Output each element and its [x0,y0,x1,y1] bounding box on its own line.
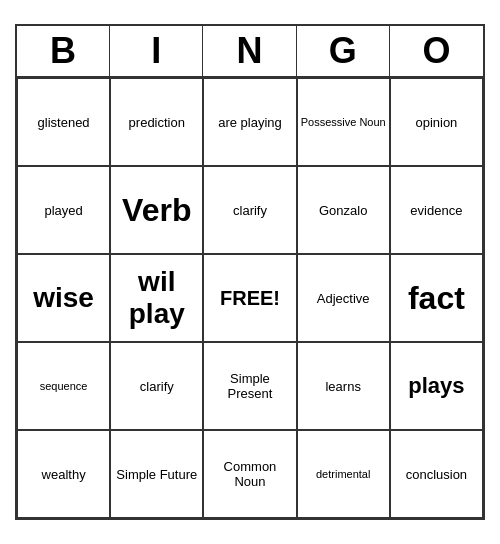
bingo-header: BINGO [17,26,483,78]
bingo-cell: Simple Present [203,342,296,430]
bingo-cell: Adjective [297,254,390,342]
bingo-cell: plays [390,342,483,430]
bingo-cell: wealthy [17,430,110,518]
bingo-cell: conclusion [390,430,483,518]
bingo-cell: Possessive Noun [297,78,390,166]
bingo-cell: clarify [203,166,296,254]
header-letter: B [17,26,110,76]
bingo-cell: evidence [390,166,483,254]
bingo-cell: wise [17,254,110,342]
bingo-cell: Verb [110,166,203,254]
bingo-cell: Gonzalo [297,166,390,254]
bingo-grid: glistenedpredictionare playingPossessive… [17,78,483,518]
bingo-cell: sequence [17,342,110,430]
bingo-cell: learns [297,342,390,430]
header-letter: O [390,26,483,76]
bingo-cell: Common Noun [203,430,296,518]
bingo-card: BINGO glistenedpredictionare playingPoss… [15,24,485,520]
bingo-cell: opinion [390,78,483,166]
header-letter: N [203,26,296,76]
header-letter: I [110,26,203,76]
header-letter: G [297,26,390,76]
bingo-cell: clarify [110,342,203,430]
bingo-cell: fact [390,254,483,342]
bingo-cell: prediction [110,78,203,166]
bingo-cell: glistened [17,78,110,166]
bingo-cell: played [17,166,110,254]
bingo-cell: FREE! [203,254,296,342]
bingo-cell: are playing [203,78,296,166]
bingo-cell: wil play [110,254,203,342]
bingo-cell: Simple Future [110,430,203,518]
bingo-cell: detrimental [297,430,390,518]
